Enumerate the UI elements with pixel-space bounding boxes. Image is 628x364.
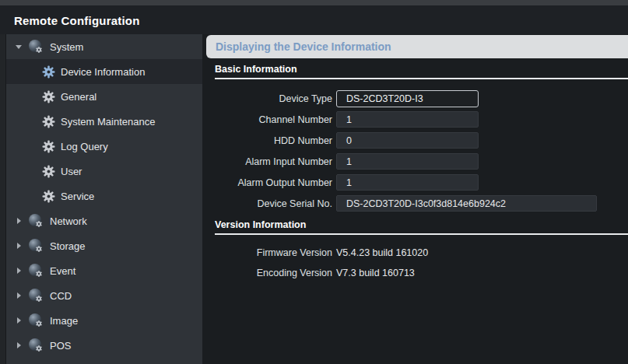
sidebar-item-pos[interactable]: POS	[6, 333, 202, 358]
hdd-number-field: 0	[336, 132, 479, 149]
sphere-gear-icon	[28, 338, 44, 353]
gear-icon	[42, 90, 55, 103]
sidebar-item-log-query[interactable]: Log Query	[6, 134, 202, 159]
field-label: Alarm Input Number	[215, 156, 332, 167]
field-label: Firmware Version	[215, 247, 332, 258]
triangle-right-icon[interactable]	[15, 342, 23, 348]
triangle-right-icon[interactable]	[15, 218, 23, 224]
sidebar-item-label: POS	[50, 340, 71, 352]
alarm-output-number-field: 1	[336, 174, 479, 191]
sidebar-item-label: Storage	[50, 240, 86, 252]
section-divider	[215, 233, 628, 235]
field-label: Encoding Version	[215, 268, 332, 278]
sphere-gear-icon	[28, 263, 44, 278]
basic-information-form: Device Type Channel Number 1 HDD Number …	[215, 88, 628, 214]
sidebar-item-ccd[interactable]: CCD	[6, 283, 202, 308]
triangle-right-icon[interactable]	[15, 243, 23, 249]
form-row-device-type: Device Type	[215, 88, 628, 109]
sidebar-item-label: Service	[61, 191, 94, 202]
form-row-channel-number: Channel Number 1	[215, 109, 628, 130]
channel-number-field: 1	[336, 111, 479, 128]
version-row-firmware: Firmware Version V5.4.23 build 161020	[215, 243, 628, 263]
field-label: Device Type	[215, 93, 332, 104]
sphere-gear-icon	[28, 213, 44, 229]
window-titlebar: Remote Configuration	[0, 5, 628, 34]
alarm-input-number-field: 1	[336, 153, 479, 170]
field-label: HDD Number	[215, 135, 332, 146]
firmware-version-value: V5.4.23 build 161020	[336, 247, 428, 258]
sidebar-item-label: Image	[50, 315, 78, 327]
triangle-right-icon[interactable]	[15, 292, 23, 299]
sidebar-item-label: CCD	[50, 290, 72, 302]
window-title: Remote Configuration	[14, 13, 140, 26]
window-top-strip	[0, 0, 628, 5]
left-edge-strip	[0, 34, 6, 364]
sidebar-item-label: Log Query	[61, 141, 108, 152]
sidebar-item-label: Event	[50, 265, 75, 277]
sidebar-item-system[interactable]: System	[6, 34, 202, 59]
sphere-gear-icon	[28, 238, 44, 254]
gear-icon	[42, 140, 55, 153]
sidebar-item-label: General	[61, 91, 96, 103]
section-title: Basic Information	[215, 64, 628, 75]
version-information-section: Version Information Firmware Version V5.…	[206, 219, 628, 283]
triangle-down-icon[interactable]	[15, 45, 23, 49]
gear-icon	[42, 65, 55, 79]
sidebar-item-service[interactable]: Service	[6, 184, 202, 208]
field-label: Channel Number	[215, 114, 332, 125]
version-row-encoding: Encoding Version V7.3 build 160713	[215, 263, 628, 283]
basic-information-section: Basic Information Device Type Channel Nu…	[206, 64, 628, 214]
gear-icon	[42, 115, 55, 128]
device-information-panel: Displaying the Device Information Basic …	[206, 34, 628, 364]
version-information-form: Firmware Version V5.4.23 build 161020 En…	[215, 243, 628, 283]
encoding-version-value: V7.3 build 160713	[336, 268, 415, 278]
sidebar-item-event[interactable]: Event	[6, 258, 202, 283]
device-serial-field: DS-2CD3T20D-I3c0f3d814e6b924c2	[336, 195, 597, 212]
sphere-gear-icon	[28, 313, 44, 328]
sidebar-item-general[interactable]: General	[6, 84, 202, 109]
sidebar-item-storage[interactable]: Storage	[6, 233, 202, 258]
section-title: Version Information	[215, 219, 628, 230]
section-divider	[215, 78, 628, 79]
sphere-gear-icon	[28, 39, 44, 54]
field-label: Device Serial No.	[215, 198, 332, 209]
config-tree-sidebar: System Device Information General System…	[6, 34, 202, 364]
sidebar-item-device-information[interactable]: Device Information	[6, 59, 202, 84]
sidebar-item-user[interactable]: User	[6, 159, 202, 184]
sidebar-item-label: Network	[50, 215, 87, 227]
sidebar-item-label: User	[61, 166, 82, 177]
panel-status-header: Displaying the Device Information	[206, 35, 628, 58]
triangle-right-icon[interactable]	[15, 317, 23, 324]
gear-icon	[42, 165, 55, 178]
field-label: Alarm Output Number	[215, 177, 332, 188]
form-row-alarm-output-number: Alarm Output Number 1	[215, 172, 628, 193]
panel-status-text: Displaying the Device Information	[216, 40, 391, 53]
gear-icon	[42, 190, 55, 203]
sidebar-item-system-maintenance[interactable]: System Maintenance	[6, 109, 202, 134]
sidebar-item-image[interactable]: Image	[6, 308, 202, 333]
form-row-hdd-number: HDD Number 0	[215, 130, 628, 151]
form-row-alarm-input-number: Alarm Input Number 1	[215, 151, 628, 172]
sidebar-item-label: System	[50, 41, 83, 53]
sidebar-item-label: System Maintenance	[61, 116, 155, 128]
form-row-device-serial-no: Device Serial No. DS-2CD3T20D-I3c0f3d814…	[215, 193, 628, 214]
sidebar-item-label: Device Information	[61, 66, 145, 78]
device-type-input[interactable]	[336, 90, 479, 107]
sidebar-item-network[interactable]: Network	[6, 208, 202, 233]
triangle-right-icon[interactable]	[15, 268, 23, 274]
sphere-gear-icon	[28, 288, 44, 303]
